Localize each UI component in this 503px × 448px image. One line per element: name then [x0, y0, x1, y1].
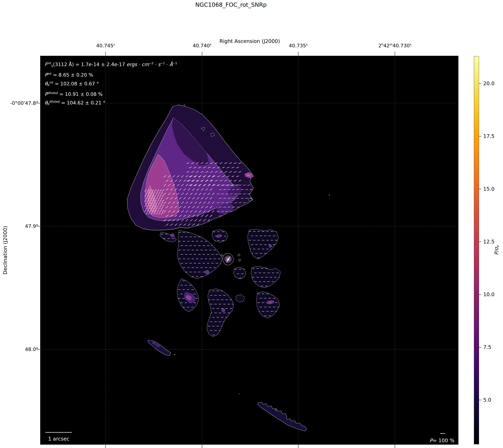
polarization-vector [243, 220, 246, 220]
scalebar-label: 1 arcsec [48, 436, 69, 442]
colorbar-tick-mark [479, 83, 481, 84]
colorbar [474, 56, 479, 444]
polarization-vector [241, 207, 243, 207]
x-tick-mark-bottom [298, 445, 299, 448]
y-axis-label: Declination (J2000) [2, 226, 8, 275]
x-tick-mark-bottom [202, 445, 202, 448]
colorbar-tick-mark [479, 242, 481, 242]
x-tick-label: 40.735s [289, 43, 308, 49]
map-region-blob_e [256, 292, 280, 318]
map-region-blob_g2 [236, 295, 245, 302]
x-tick-mark-top [395, 52, 395, 56]
y-tick-label: 47.9" [3, 223, 38, 230]
polarization-vector [235, 220, 237, 220]
colorbar-tick-label: 5.0 [483, 397, 491, 403]
polarization-vector [241, 216, 243, 216]
x-tick-mark-top [298, 52, 299, 56]
polarization-vector [230, 220, 233, 220]
map-region-dot4 [239, 394, 239, 394]
polarization-vector [252, 194, 254, 194]
map-region-blob_h [160, 232, 176, 242]
polarization-vector [237, 216, 239, 216]
polarization-vector [252, 202, 254, 203]
polarization-vector [252, 220, 254, 220]
map-region-dot1 [329, 195, 330, 196]
y-tick-mark [36, 349, 40, 349]
map-region-dot3 [184, 105, 185, 105]
annotation-line: θPint = 102.08 ± 0.67 ° [45, 79, 177, 89]
colorbar-tick-label: 7.5 [483, 344, 491, 351]
y-tick-label: 48.0" [3, 346, 38, 353]
y-tick-mark [36, 226, 40, 226]
map-region-f_spot [222, 309, 225, 312]
annotation-line: Pdiluted = 10.91 ± 0.08 % [45, 89, 177, 98]
polarization-vector [223, 216, 226, 216]
colorbar-tick-mark [479, 189, 481, 189]
colorbar-tick-label: 12.5 [483, 238, 495, 245]
colorbar-tick-mark [479, 347, 481, 348]
x-axis-label: Right Ascension (J2000) [220, 38, 280, 44]
figure-title: NGC1068_FOC_rot_SNRp [195, 1, 267, 8]
plot-area [40, 56, 458, 445]
colorbar-label: P/σP [494, 246, 500, 255]
y-tick-label: -0°00'47.8" [3, 100, 38, 107]
polarization-vector [248, 220, 250, 220]
polarization-vector [250, 207, 252, 207]
colorbar-tick-label: 17.5 [483, 133, 495, 140]
polarization-scale-bar [440, 433, 445, 434]
polarization-vector [228, 216, 230, 216]
figure-canvas: NGC1068_FOC_rot_SNRp Right Ascension (J2… [0, 0, 503, 448]
measurement-annotations: Fintλ(3112 Å) = 1.7e-14 ± 2.4e-17 ergs ·… [45, 60, 177, 109]
x-tick-label: 2h42m40.730s [378, 43, 411, 49]
map-region-blob_d [251, 266, 281, 288]
polarization-vector [246, 207, 248, 207]
polarization-scale-label: P= 100 % [421, 437, 455, 443]
x-tick-label: 40.740s [193, 43, 212, 49]
colorbar-tick-label: 15.0 [483, 186, 495, 192]
polarization-vector [248, 211, 250, 212]
map-region-dia_a [237, 254, 240, 256]
map-region-ring_h [171, 234, 174, 237]
polarization-vector [246, 216, 248, 216]
x-tick-mark-bottom [105, 445, 106, 448]
polarization-vector [226, 220, 228, 220]
polarization-vector [217, 220, 219, 220]
scalebar-line [45, 432, 72, 433]
x-tick-label: 40.745s [96, 43, 115, 49]
polarization-vector [243, 211, 246, 212]
colorbar-tick-mark [479, 400, 481, 400]
polarization-vector [252, 211, 254, 212]
polarization-vector [239, 211, 241, 212]
polarization-vector [239, 220, 241, 220]
map-region-streak_se [258, 402, 307, 431]
map-region-c_spot [269, 245, 272, 247]
x-tick-mark-top [202, 52, 202, 56]
colorbar-tick-mark [479, 294, 481, 295]
polarization-vector [235, 211, 237, 212]
polarization-map [40, 56, 458, 445]
map-region-streak_sw [148, 340, 171, 356]
annotation-line: Fintλ(3112 Å) = 1.7e-14 ± 2.4e-17 ergs ·… [45, 60, 177, 70]
polarization-vector [210, 224, 212, 226]
colorbar-tick-label: 20.0 [483, 80, 495, 87]
annotation-line: Pint = 8.65 ± 0.20 % [45, 70, 177, 79]
annotation-line: θPdiluted = 104.62 ± 0.21 ° [45, 98, 177, 108]
map-region-accent_ring [205, 270, 209, 274]
polarization-vector [221, 220, 224, 220]
polarization-vector [232, 216, 235, 216]
x-tick-mark-bottom [395, 445, 395, 448]
polarization-vector [250, 216, 252, 216]
polarization-vector [206, 224, 208, 226]
polarization-vector [252, 185, 254, 185]
colorbar-tick-mark [479, 136, 481, 136]
map-region-dia_b [238, 259, 241, 261]
map-region-blob_g1 [234, 267, 246, 279]
map-region-blob_c [248, 229, 279, 259]
x-tick-mark-top [105, 52, 106, 56]
map-region-dot2 [174, 354, 175, 355]
colorbar-tick-label: 10.0 [483, 291, 495, 298]
y-tick-mark [36, 103, 40, 103]
